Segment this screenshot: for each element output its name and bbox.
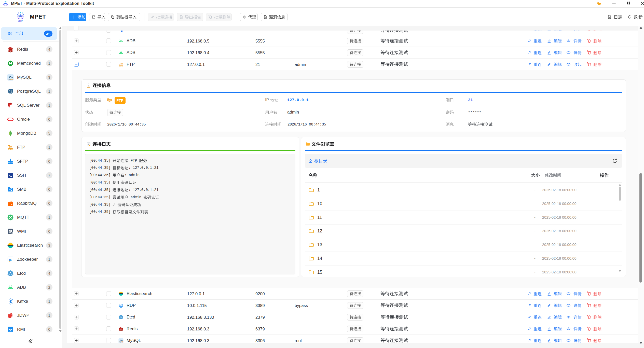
svg-text:FTP: FTP: [9, 147, 11, 148]
svg-text:SQL: SQL: [10, 78, 13, 80]
svg-text:MPET: MPET: [4, 5, 7, 6]
svg-text:FTP: FTP: [108, 100, 110, 101]
svg-text:zk: zk: [9, 258, 12, 261]
svg-text:SFTP: SFTP: [8, 161, 13, 163]
svg-text:SQL: SQL: [121, 341, 124, 343]
svg-text:MPET: MPET: [18, 20, 23, 22]
svg-text:FTP: FTP: [120, 64, 122, 65]
